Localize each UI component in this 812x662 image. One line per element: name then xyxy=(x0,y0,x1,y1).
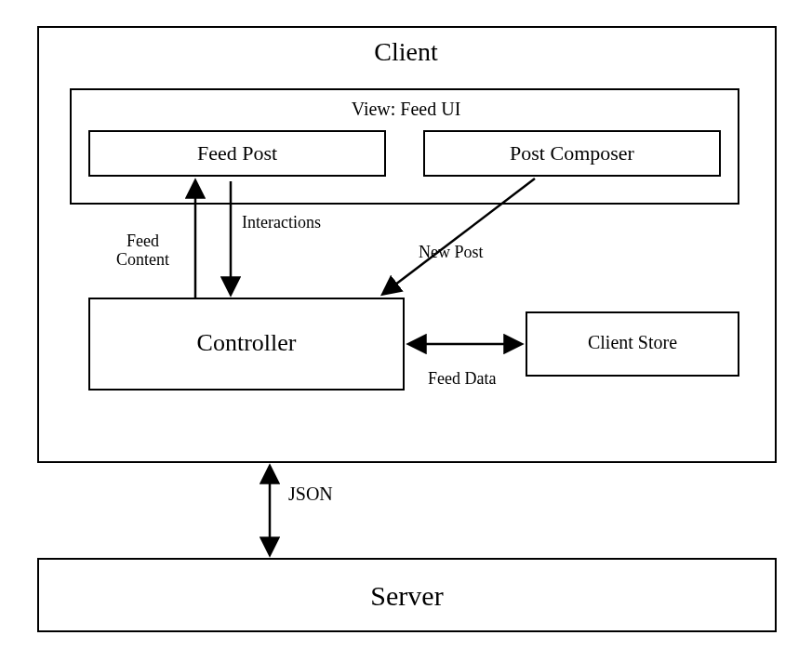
label-feed-data: Feed Data xyxy=(428,370,496,389)
label-new-post: New Post xyxy=(419,244,484,262)
box-post-composer: Post Composer xyxy=(423,130,721,177)
label-controller: Controller xyxy=(90,329,403,357)
label-server: Server xyxy=(39,580,775,612)
label-client-store: Client Store xyxy=(527,332,738,353)
label-feed-post: Feed Post xyxy=(90,141,384,166)
label-feed-content: Feed Content xyxy=(116,232,169,270)
label-interactions: Interactions xyxy=(242,214,321,232)
label-feed-content-l2: Content xyxy=(116,250,169,269)
label-view-feed-ui: View: Feed UI xyxy=(0,99,812,120)
box-controller: Controller xyxy=(88,298,405,391)
label-post-composer: Post Composer xyxy=(425,141,719,166)
box-server: Server xyxy=(37,558,777,632)
architecture-diagram: Client View: Feed UI Feed Post Post Comp… xyxy=(0,0,812,662)
label-feed-content-l1: Feed xyxy=(126,232,159,250)
box-client-store: Client Store xyxy=(526,311,739,377)
box-feed-post: Feed Post xyxy=(88,130,386,177)
label-client: Client xyxy=(0,37,812,67)
label-json: JSON xyxy=(288,483,333,504)
